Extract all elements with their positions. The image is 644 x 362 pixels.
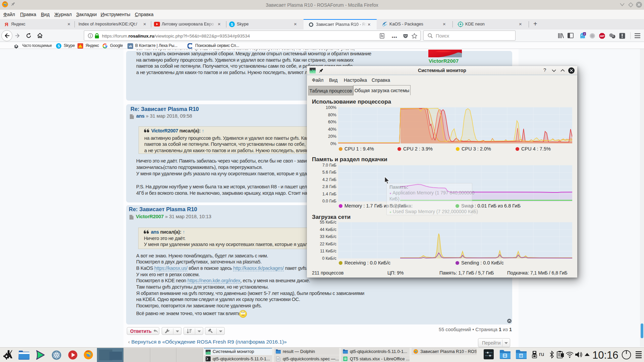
svg-text:vk: vk <box>129 45 132 48</box>
svg-text:ABP: ABP <box>600 35 604 37</box>
svg-text:2: 2 <box>584 33 585 36</box>
svg-text:S: S <box>231 22 233 26</box>
svg-text:S: S <box>58 44 60 48</box>
